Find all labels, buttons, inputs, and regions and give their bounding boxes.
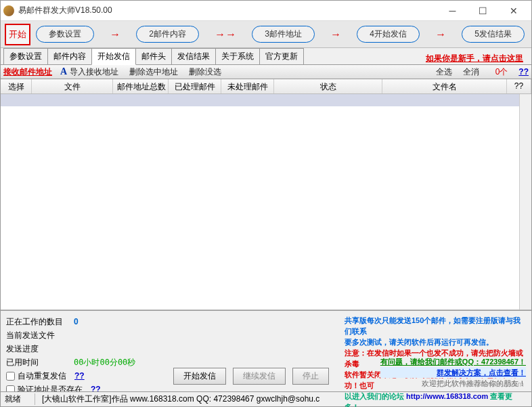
tab-result[interactable]: 发信结果: [171, 48, 216, 64]
auto-repeat-checkbox[interactable]: [6, 372, 15, 381]
status-ready: 就绪: [5, 393, 21, 405]
help-link[interactable]: ??: [518, 67, 529, 77]
step-result[interactable]: 5发信结果: [462, 26, 525, 43]
step-params[interactable]: 参数设置: [36, 26, 94, 43]
address-table[interactable]: [1, 94, 531, 310]
tab-header[interactable]: 邮件头: [135, 48, 172, 64]
col-file[interactable]: 文件: [32, 79, 113, 93]
col-unprocessed[interactable]: 未处理邮件: [221, 79, 274, 93]
tab-params[interactable]: 参数设置: [3, 48, 48, 64]
tab-about[interactable]: 关于系统: [215, 48, 260, 64]
app-icon: [3, 5, 14, 16]
notice-line: 共享版每次只能发送150个邮件，如需要注册版请与我们联系: [345, 315, 526, 337]
step-content[interactable]: 2邮件内容: [136, 26, 199, 43]
col-help[interactable]: ??: [507, 79, 531, 93]
select-all-button[interactable]: 全选: [436, 66, 452, 78]
status-panel: 正在工作的数目0 当前发送文件 发送进度 已用时间00小时00分00秒 自动重复…: [1, 310, 531, 391]
elapsed-label: 已用时间: [6, 356, 74, 369]
curfile-label: 当前发送文件: [6, 328, 74, 342]
working-value: 0: [74, 315, 79, 328]
watermark: www.downxia.com: [463, 380, 524, 388]
working-label: 正在工作的数目: [6, 315, 74, 328]
col-select[interactable]: 选择: [1, 79, 32, 93]
status-credit: [大镜山软件工作室]作品 www.168318.com QQ: 47239846…: [35, 393, 319, 405]
elapsed-value: 00小时00分00秒: [74, 356, 135, 369]
tab-update[interactable]: 官方更新: [259, 48, 304, 64]
auto-repeat-label: 自动重复发信: [18, 369, 66, 383]
tab-bar: 参数设置 邮件内容 开始发信 邮件头 发信结果 关于系统 官方更新 如果你是新手…: [1, 48, 531, 64]
contact-link[interactable]: 有问题，请给我们邮件或QQ：472398467！: [380, 356, 526, 367]
window-title: 易邮件群发大师V18.50.00: [18, 5, 437, 16]
continue-send-button[interactable]: 继续发信: [233, 368, 286, 385]
close-button[interactable]: ✕: [498, 1, 529, 20]
notice-line: 以进入我们的论坛 http://www.168318.com 查看更多！: [345, 391, 526, 407]
minimize-button[interactable]: ─: [437, 1, 468, 20]
table-header: 选择 文件 邮件地址总数 已处理邮件 未处理邮件 状态 文件名 ??: [1, 79, 531, 94]
toolbar-title: 接收邮件地址: [3, 66, 52, 78]
step-send[interactable]: 4开始发信: [357, 26, 420, 43]
font-icon[interactable]: A: [60, 66, 67, 77]
arrow-icon: →→: [215, 28, 236, 41]
start-button[interactable]: 开始: [5, 24, 30, 45]
step-address[interactable]: 3邮件地址: [252, 26, 315, 43]
col-processed[interactable]: 已处理邮件: [169, 79, 221, 93]
maximize-button[interactable]: ☐: [468, 1, 498, 20]
address-count: 0个: [495, 66, 508, 78]
col-status[interactable]: 状态: [274, 79, 382, 93]
newbie-link[interactable]: 如果你是新手，请点击这里: [426, 53, 529, 64]
help-link[interactable]: ??: [74, 369, 85, 383]
stop-button[interactable]: 停止: [292, 368, 329, 385]
arrow-icon: →: [110, 28, 120, 41]
step-toolbar: 开始 参数设置 → 2邮件内容 →→ 3邮件地址 → 4开始发信 → 5发信结果: [1, 21, 531, 48]
forum-link[interactable]: http://www.168318.com: [406, 392, 488, 400]
col-filename[interactable]: 文件名: [382, 79, 507, 93]
address-toolbar: 接收邮件地址 A 导入接收地址 删除选中地址 删除没选 全选 全消 0个 ??: [1, 64, 531, 79]
delete-unselected-button[interactable]: 删除没选: [189, 66, 221, 78]
delete-selected-button[interactable]: 删除选中地址: [129, 66, 178, 78]
col-total[interactable]: 邮件地址总数: [113, 79, 169, 93]
arrow-icon: →: [435, 28, 446, 41]
arrow-icon: →: [330, 28, 341, 41]
import-address-button[interactable]: 导入接收地址: [70, 66, 118, 78]
table-row[interactable]: [1, 94, 531, 106]
tab-content[interactable]: 邮件内容: [47, 48, 92, 64]
notice-line: 要多次测试，请关闭软件后再运行可再发信。: [345, 337, 526, 347]
start-send-button[interactable]: 开始发信: [173, 368, 226, 385]
select-none-button[interactable]: 全消: [463, 66, 479, 78]
progress-label: 发送进度: [6, 342, 74, 356]
tab-send[interactable]: 开始发信: [91, 48, 136, 65]
titlebar: 易邮件群发大师V18.50.00 ─ ☐ ✕: [1, 1, 531, 21]
solution-link[interactable]: 群发解决方案，点击查看！: [380, 367, 526, 378]
